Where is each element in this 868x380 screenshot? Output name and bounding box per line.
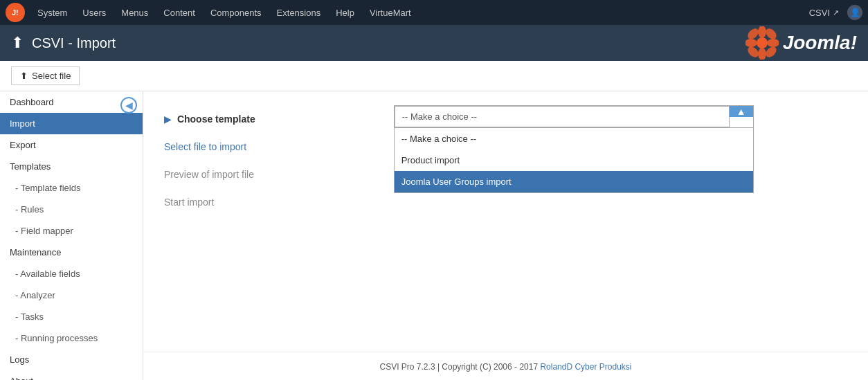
sidebar-item-import[interactable]: Import: [0, 113, 143, 134]
sidebar-item-label: Maintenance: [10, 247, 61, 257]
sidebar-item-field-mapper[interactable]: - Field mapper: [0, 220, 143, 242]
nav-menu: System Users Menus Content Components Ex…: [30, 3, 809, 22]
top-navigation: J! System Users Menus Content Components…: [0, 0, 868, 25]
back-icon: ◀: [125, 100, 133, 111]
wizard-steps: ▶ Choose template Select file to import …: [164, 105, 255, 347]
sidebar-item-running-processes[interactable]: - Running processes: [0, 327, 143, 349]
nav-content[interactable]: Content: [156, 3, 202, 22]
upload-btn-icon: ⬆: [20, 71, 28, 81]
main-layout: ◀ Dashboard Import Export Templates - Te…: [0, 91, 868, 380]
sidebar-item-label: - Template fields: [15, 183, 80, 193]
step-link[interactable]: Select file to import: [164, 141, 246, 152]
nav-extensions[interactable]: Extensions: [270, 3, 328, 22]
sidebar-item-templates[interactable]: Templates: [0, 156, 143, 177]
step-link[interactable]: Choose template: [177, 114, 255, 125]
svg-point-3: [758, 26, 766, 38]
sidebar-item-available-fields[interactable]: - Available fields: [0, 263, 143, 284]
step-icon: ▶: [164, 114, 172, 125]
nav-help[interactable]: Help: [329, 3, 361, 22]
wizard-step-start-import[interactable]: Start import: [164, 188, 255, 216]
template-dropdown[interactable]: -- Make a choice -- ▲ -- Make a choice -…: [394, 105, 754, 128]
main-content: ▶ Choose template Select file to import …: [143, 91, 868, 380]
nav-system[interactable]: System: [30, 3, 74, 22]
dropdown-selected-value[interactable]: -- Make a choice --: [395, 106, 730, 127]
user-icon[interactable]: 👤: [847, 5, 862, 20]
dropdown-arrow-icon: ▲: [736, 106, 746, 117]
csvi-link[interactable]: CSVI ↗: [809, 8, 839, 18]
footer-text-prefix: CSVI Pro 7.2.3 | Copyright (C) 2006 - 20…: [380, 362, 541, 372]
dropdown-toggle-button[interactable]: ▲: [730, 106, 753, 117]
select-file-button[interactable]: ⬆ Select file: [11, 66, 80, 85]
step-link[interactable]: Start import: [164, 197, 214, 208]
joomla-text: Joomla!: [783, 32, 857, 54]
toolbar: ⬆ Select file: [0, 61, 868, 91]
sidebar-item-label: Export: [10, 140, 36, 150]
joomla-logo-icon: J!: [6, 3, 25, 22]
user-avatar-icon: 👤: [850, 8, 860, 17]
wizard-step-select-file[interactable]: Select file to import: [164, 133, 255, 161]
dropdown-panel: -- Make a choice -- Product import Jooml…: [394, 128, 754, 193]
wizard-step-preview[interactable]: Preview of import file: [164, 161, 255, 188]
sidebar-item-rules[interactable]: - Rules: [0, 199, 143, 220]
svg-point-4: [758, 48, 766, 60]
nav-virtuemart[interactable]: VirtueMart: [363, 3, 418, 22]
sidebar-item-export[interactable]: Export: [0, 134, 143, 156]
sidebar-item-label: About: [10, 376, 33, 380]
sidebar-item-label: - Running processes: [15, 333, 98, 343]
step-link[interactable]: Preview of import file: [164, 169, 254, 180]
svg-text:J!: J!: [12, 8, 19, 17]
external-link-icon: ↗: [833, 8, 839, 17]
app-title-area: ⬆ CSVI - Import: [11, 34, 116, 52]
sidebar-item-label: - Rules: [15, 204, 44, 215]
svg-point-5: [745, 39, 757, 47]
content-wrapper: ▶ Choose template Select file to import …: [164, 105, 847, 347]
dropdown-option-joomla-user-groups[interactable]: Joomla User Groups import: [395, 171, 753, 192]
wizard-step-choose-template[interactable]: ▶ Choose template: [164, 105, 255, 133]
svg-point-2: [757, 37, 768, 48]
sidebar-item-label: Logs: [10, 354, 29, 365]
sidebar-item-label: Dashboard: [10, 97, 54, 107]
sidebar-item-logs[interactable]: Logs: [0, 349, 143, 370]
sidebar-item-label: - Analyzer: [15, 290, 55, 300]
sidebar-item-label: - Available fields: [15, 269, 80, 279]
app-title: CSVI - Import: [32, 35, 116, 51]
sidebar-item-label: Import: [10, 118, 35, 129]
app-header: ⬆ CSVI - Import Joomla!: [0, 25, 868, 61]
select-file-label: Select file: [32, 71, 71, 81]
sidebar-item-label: - Field mapper: [15, 226, 73, 236]
svg-point-6: [767, 39, 779, 47]
csvi-link-label: CSVI: [809, 8, 830, 18]
sidebar-back-button[interactable]: ◀: [120, 97, 137, 114]
nav-right: CSVI ↗ 👤: [809, 5, 862, 20]
sidebar-item-about[interactable]: About: [0, 370, 143, 380]
joomla-brand: Joomla!: [745, 26, 857, 60]
joomla-flower-icon: [745, 26, 779, 60]
nav-components[interactable]: Components: [204, 3, 269, 22]
sidebar-item-label: Templates: [10, 161, 51, 172]
nav-users[interactable]: Users: [75, 3, 113, 22]
sidebar-item-label: - Tasks: [15, 311, 44, 322]
sidebar-item-maintenance[interactable]: Maintenance: [0, 242, 143, 263]
dropdown-option-product-import[interactable]: Product import: [395, 150, 753, 171]
footer-link[interactable]: RolandD Cyber Produksi: [540, 362, 631, 372]
sidebar: ◀ Dashboard Import Export Templates - Te…: [0, 91, 143, 380]
dropdown-option-make-choice[interactable]: -- Make a choice --: [395, 128, 753, 150]
sidebar-item-analyzer[interactable]: - Analyzer: [0, 284, 143, 306]
sidebar-item-tasks[interactable]: - Tasks: [0, 306, 143, 327]
page-footer: CSVI Pro 7.2.3 | Copyright (C) 2006 - 20…: [143, 352, 868, 380]
upload-icon: ⬆: [11, 34, 24, 52]
template-dropdown-area: -- Make a choice -- ▲ -- Make a choice -…: [394, 105, 754, 347]
sidebar-item-template-fields[interactable]: - Template fields: [0, 177, 143, 199]
nav-menus[interactable]: Menus: [114, 3, 155, 22]
selected-text: -- Make a choice --: [402, 111, 477, 122]
